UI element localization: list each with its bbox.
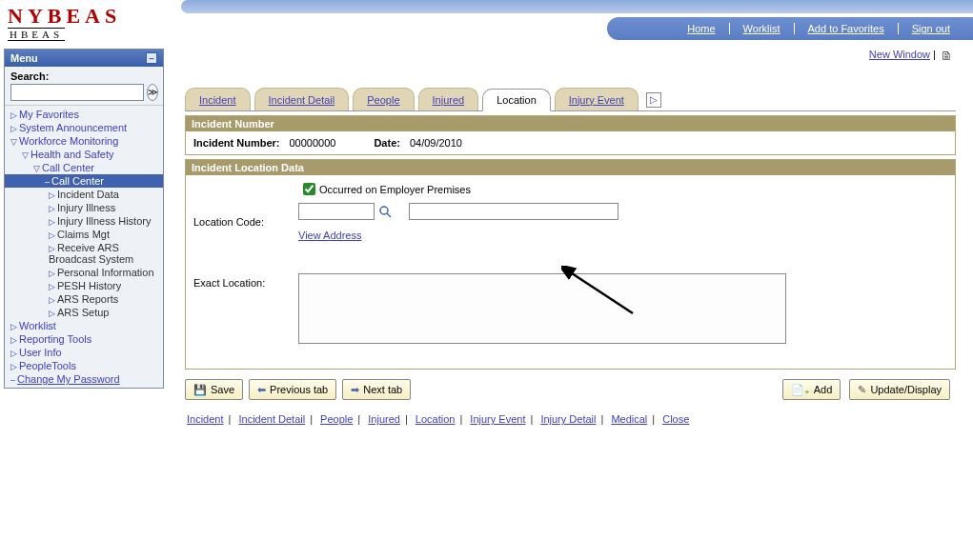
menu-item-workforce-monitoring[interactable]: ▽Workforce Monitoring xyxy=(5,134,163,148)
collapse-icon: ▽ xyxy=(33,164,40,173)
tab-location[interactable]: Location xyxy=(482,89,551,111)
sidebar: Menu – Search: ≫ ▷My Favorites ▷System A… xyxy=(0,45,168,434)
bc-close[interactable]: Close xyxy=(662,413,689,425)
menu-item-ars-broadcast[interactable]: ▷Receive ARS Broadcast System xyxy=(5,241,163,266)
menu-item-change-password[interactable]: –Change My Password xyxy=(5,372,163,386)
menu-item-favorites[interactable]: ▷My Favorites xyxy=(5,108,163,121)
menu-search-input[interactable] xyxy=(10,84,144,101)
menu-title: Menu xyxy=(10,52,38,64)
bc-location[interactable]: Location xyxy=(416,413,456,425)
menu-item-injury-illness-history[interactable]: ▷Injury Illness History xyxy=(5,214,163,228)
add-icon: 📄₊ xyxy=(791,384,810,396)
location-desc-input[interactable] xyxy=(409,203,618,220)
menu-item-health-safety[interactable]: ▽Health and Safety xyxy=(5,148,163,161)
update-display-button[interactable]: ✎Update/Display xyxy=(849,379,950,400)
separator: | xyxy=(933,49,939,60)
incident-date-value: 04/09/2010 xyxy=(410,137,462,149)
expand-icon: ▷ xyxy=(49,269,55,278)
bc-incident[interactable]: Incident xyxy=(187,413,224,425)
tab-people[interactable]: People xyxy=(353,88,414,110)
expand-icon: ▷ xyxy=(10,322,17,331)
expand-icon: ▷ xyxy=(49,309,55,318)
expand-icon: ▷ xyxy=(49,190,55,200)
bc-incident-detail[interactable]: Incident Detail xyxy=(238,413,305,425)
prev-icon: ⬅ xyxy=(257,384,266,396)
menu-item-pesh-history[interactable]: ▷PESH History xyxy=(5,279,163,292)
panel-location-data: Incident Location Data Occurred on Emplo… xyxy=(185,159,956,370)
tab-injured[interactable]: Injured xyxy=(418,88,479,110)
bc-injured[interactable]: Injured xyxy=(368,413,400,425)
menu-item-user-info[interactable]: ▷User Info xyxy=(5,346,163,359)
svg-line-1 xyxy=(387,213,391,217)
header-curve: Home Worklist Add to Favorites Sign out xyxy=(162,0,973,42)
previous-tab-button[interactable]: ⬅Previous tab xyxy=(249,379,336,400)
menu-item-peopletools[interactable]: ▷PeopleTools xyxy=(5,359,163,372)
menu-search-go-icon[interactable]: ≫ xyxy=(147,84,158,101)
tab-more-icon[interactable]: ▷ xyxy=(646,92,661,108)
lookup-icon[interactable] xyxy=(378,205,392,218)
incident-number-value: 00000000 xyxy=(289,137,335,149)
panel-location-data-head: Incident Location Data xyxy=(186,160,955,175)
save-button[interactable]: 💾Save xyxy=(185,379,243,400)
occurred-premises-label: Occurred on Employer Premises xyxy=(319,184,471,195)
expand-icon: ▷ xyxy=(10,349,17,358)
dash-icon: – xyxy=(10,375,15,385)
menu-item-ars-setup[interactable]: ▷ARS Setup xyxy=(5,306,163,319)
menu-search-label: Search: xyxy=(10,70,157,82)
tab-incident[interactable]: Incident xyxy=(185,88,251,110)
menu-item-ars-reports[interactable]: ▷ARS Reports xyxy=(5,292,163,306)
menu-item-incident-data[interactable]: ▷Incident Data xyxy=(5,188,163,201)
occurred-premises-checkbox[interactable] xyxy=(303,183,315,195)
dash-icon: – xyxy=(45,177,50,187)
incident-number-label: Incident Number: xyxy=(193,137,279,149)
location-code-input[interactable] xyxy=(298,203,375,220)
menu-tree: ▷My Favorites ▷System Announcement ▽Work… xyxy=(5,106,163,388)
menu-item-call-center-sub[interactable]: –Call Center xyxy=(5,174,163,188)
save-icon: 💾 xyxy=(193,384,207,396)
nav-sign-out[interactable]: Sign out xyxy=(899,23,963,34)
menu-item-call-center[interactable]: ▽Call Center xyxy=(5,161,163,174)
location-code-label: Location Code: xyxy=(193,216,298,228)
menu-item-system-announcement[interactable]: ▷System Announcement xyxy=(5,121,163,134)
logo-sub: HBEAS xyxy=(8,28,65,41)
bc-injury-event[interactable]: Injury Event xyxy=(470,413,525,425)
menu-search: Search: ≫ xyxy=(5,67,163,106)
panel-incident-number-head: Incident Number xyxy=(186,116,955,131)
nav-worklist[interactable]: Worklist xyxy=(730,23,795,34)
menu-box: Menu – Search: ≫ ▷My Favorites ▷System A… xyxy=(4,49,164,389)
menu-item-worklist[interactable]: ▷Worklist xyxy=(5,319,163,332)
expand-icon: ▷ xyxy=(49,204,55,213)
expand-icon: ▷ xyxy=(49,217,55,227)
menu-header: Menu – xyxy=(5,50,163,67)
upper-right-links: New Window | xyxy=(869,49,956,62)
collapse-icon: ▽ xyxy=(10,137,17,147)
collapse-icon: ▽ xyxy=(22,150,29,160)
tab-injury-event[interactable]: Injury Event xyxy=(555,88,639,110)
menu-item-personal-information[interactable]: ▷Personal Information xyxy=(5,266,163,279)
expand-icon: ▷ xyxy=(10,335,17,345)
menu-item-reporting-tools[interactable]: ▷Reporting Tools xyxy=(5,332,163,346)
exact-location-textarea[interactable] xyxy=(298,273,786,344)
expand-icon: ▷ xyxy=(49,244,55,253)
logo-main: NYBEAS xyxy=(8,4,121,29)
bc-people[interactable]: People xyxy=(320,413,353,425)
view-address-link[interactable]: View Address xyxy=(298,230,618,241)
menu-minimize-icon[interactable]: – xyxy=(146,52,157,64)
tab-bar: Incident Incident Detail People Injured … xyxy=(185,87,956,111)
action-bar: 💾Save ⬅Previous tab ➡Next tab 📄₊Add ✎Upd… xyxy=(185,379,956,400)
menu-item-injury-illness[interactable]: ▷Injury Illness xyxy=(5,201,163,214)
bc-injury-detail[interactable]: Injury Detail xyxy=(540,413,596,425)
new-window-link[interactable]: New Window xyxy=(869,49,930,60)
menu-item-claims-mgt[interactable]: ▷Claims Mgt xyxy=(5,228,163,241)
expand-icon: ▷ xyxy=(49,282,55,291)
incident-date-label: Date: xyxy=(374,137,400,149)
bc-medical[interactable]: Medical xyxy=(611,413,647,425)
tab-incident-detail[interactable]: Incident Detail xyxy=(254,88,350,110)
expand-icon: ▷ xyxy=(49,295,55,305)
add-button[interactable]: 📄₊Add xyxy=(782,379,841,400)
header-top-strip xyxy=(181,0,973,13)
nav-add-favorites[interactable]: Add to Favorites xyxy=(795,23,899,34)
next-tab-button[interactable]: ➡Next tab xyxy=(342,379,411,400)
nav-home[interactable]: Home xyxy=(674,23,729,34)
help-icon[interactable] xyxy=(941,49,956,62)
